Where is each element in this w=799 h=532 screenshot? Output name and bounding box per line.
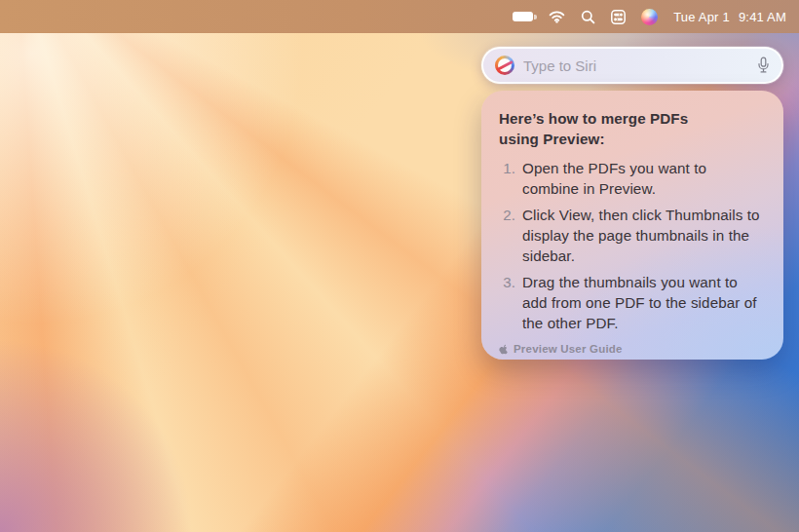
step-number: 2. <box>499 205 515 225</box>
step-item: 2. Click View, then click Thumbnails to … <box>499 205 770 266</box>
step-text: Drag the thumbnails you want to add from… <box>522 272 757 333</box>
step-number: 3. <box>499 272 515 292</box>
clock-date: Tue Apr 1 <box>673 10 730 24</box>
siri-text-input[interactable] <box>523 57 748 74</box>
menu-bar-clock[interactable]: Tue Apr 1 9:41 AM <box>673 10 786 24</box>
step-item: 1. Open the PDFs you want to combine in … <box>499 158 770 199</box>
menu-bar: Tue Apr 1 9:41 AM <box>0 0 799 33</box>
microphone-icon[interactable] <box>757 57 770 74</box>
step-text: Click View, then click Thumbnails to dis… <box>522 205 760 266</box>
steps-list: 1. Open the PDFs you want to combine in … <box>499 158 770 333</box>
battery-level <box>513 12 533 21</box>
control-center-icon[interactable] <box>611 10 626 24</box>
battery-icon[interactable] <box>513 12 533 21</box>
apple-logo-icon <box>499 343 509 355</box>
step-item: 3. Drag the thumbnails you want to add f… <box>499 272 770 333</box>
siri-orb-icon <box>495 56 514 75</box>
desktop: Tue Apr 1 9:41 AM Here’s how to merge PD… <box>0 0 799 532</box>
source-link[interactable]: Preview User Guide <box>499 343 770 355</box>
spotlight-search-icon[interactable] <box>581 10 595 24</box>
siri-input-bar[interactable] <box>481 47 783 84</box>
response-heading: Here’s how to merge PDFs using Preview: <box>499 108 770 149</box>
siri-icon[interactable] <box>641 9 658 25</box>
wifi-icon[interactable] <box>549 11 565 23</box>
step-text: Open the PDFs you want to combine in Pre… <box>522 158 706 199</box>
source-label: Preview User Guide <box>514 343 623 355</box>
clock-time: 9:41 AM <box>739 10 786 24</box>
step-number: 1. <box>499 158 515 178</box>
siri-response-card: Here’s how to merge PDFs using Preview: … <box>481 91 783 360</box>
